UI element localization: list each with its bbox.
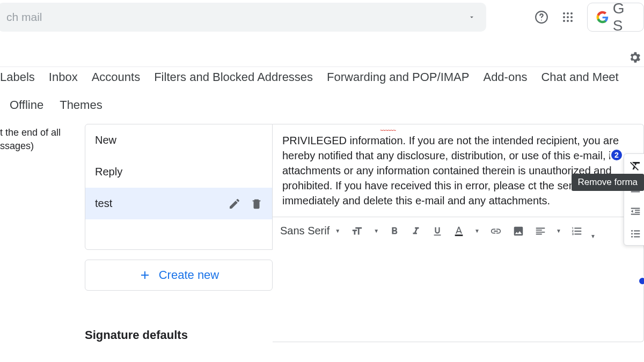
help-icon[interactable] [535,10,548,24]
svg-point-4 [570,12,573,14]
delete-icon[interactable] [251,197,262,210]
create-new-signature-button[interactable]: Create new [85,260,273,291]
svg-point-7 [570,16,573,18]
signature-list: New Reply test [85,124,273,250]
image-icon [512,225,525,237]
link-icon [489,225,502,237]
signature-list-column: New Reply test [85,124,273,342]
align-button[interactable]: ▼ [535,225,561,237]
tab-accounts[interactable]: Accounts [92,70,141,84]
step-badge-2: 2 [610,148,624,162]
remove-formatting-tooltip: Remove forma [572,174,644,191]
bold-button[interactable] [389,225,400,237]
svg-point-13 [631,233,633,235]
search-input[interactable] [6,11,478,24]
svg-point-1 [541,20,542,21]
tab-addons[interactable]: Add-ons [483,70,527,84]
tab-inbox[interactable]: Inbox [49,70,78,84]
formatting-toolbar: Sans Serif ▼ ▼ ▼ [273,217,643,245]
app-header: G S [0,0,644,34]
underline-icon [431,225,443,237]
edit-icon[interactable] [228,197,241,210]
create-new-label: Create new [159,268,219,282]
gsuite-logo[interactable]: G S [587,3,644,32]
text-size-icon [350,225,364,237]
italic-icon [410,225,422,237]
signature-item-reply[interactable]: Reply [85,156,272,188]
sig-desc-line1: t the end of all [0,126,85,139]
signature-item-test[interactable]: test [85,188,272,219]
tab-filters[interactable]: Filters and Blocked Addresses [154,70,313,84]
tab-chat-meet[interactable]: Chat and Meet [541,70,618,84]
dropdown-caret-icon: ▼ [474,228,480,234]
signature-name: test [95,197,112,210]
step-badge-dot [638,276,644,286]
font-name-label: Sans Serif [280,225,330,237]
dropdown-caret-icon: ▼ [556,228,561,234]
signature-item-empty [85,219,272,249]
tab-forwarding[interactable]: Forwarding and POP/IMAP [327,70,469,84]
google-g-icon [595,9,610,25]
indent-less-icon[interactable] [628,205,642,217]
svg-point-10 [570,20,573,22]
numbered-list-button[interactable]: ▼ [571,225,598,237]
header-icons: G S [535,3,644,32]
svg-rect-11 [455,234,463,236]
spellcheck-squiggle: ~~~~~~ [380,128,396,134]
insert-link-button[interactable] [489,225,502,237]
signature-text-area[interactable]: PRIVILEGED information. If you are not t… [273,124,643,217]
svg-point-9 [567,20,569,22]
settings-gear-icon[interactable] [628,50,642,64]
apps-grid-icon[interactable] [561,10,574,24]
search-mail-box[interactable] [0,3,486,32]
search-options-caret-icon[interactable] [468,13,475,21]
svg-point-6 [567,16,569,18]
settings-tabs: Labels Inbox Accounts Filters and Blocke… [0,67,644,112]
tab-labels[interactable]: Labels [0,70,35,84]
font-size-select[interactable]: ▼ [350,225,379,237]
gsuite-text: G S [613,0,636,34]
signature-section: t the end of all ssages) New Reply test [0,124,644,342]
secondary-bar [0,34,644,67]
signature-name: New [95,134,116,146]
signature-description: t the end of all ssages) [0,124,85,342]
text-color-button[interactable]: ▼ [453,225,480,237]
sig-desc-line2: ssages) [0,139,85,153]
bold-icon [389,225,400,237]
remove-formatting-icon[interactable] [628,159,642,172]
dropdown-caret-icon: ▼ [374,228,379,234]
dropdown-caret-icon: ▼ [335,228,340,234]
svg-point-5 [563,16,565,18]
svg-point-2 [563,12,565,14]
numbered-list-icon [571,225,583,237]
insert-image-button[interactable] [512,225,525,237]
text-color-icon [453,225,465,237]
underline-button[interactable] [431,225,443,237]
plus-icon [138,269,151,282]
align-left-icon [535,225,546,237]
signature-defaults-heading: Signature defaults [85,328,273,342]
italic-button[interactable] [410,225,422,237]
tab-offline[interactable]: Offline [10,98,43,112]
formatting-overflow-panel [624,153,644,246]
signature-editor: ~~~~~~ PRIVILEGED information. If you ar… [273,124,644,342]
signature-item-new[interactable]: New [85,124,272,156]
bulleted-list-icon[interactable] [628,228,642,240]
dropdown-caret-icon: ▼ [590,233,596,239]
svg-point-12 [631,230,633,232]
svg-point-14 [631,236,633,238]
font-family-select[interactable]: Sans Serif ▼ [280,225,340,237]
tab-themes[interactable]: Themes [60,98,102,112]
svg-point-3 [567,12,569,14]
signature-name: Reply [95,166,122,178]
svg-point-8 [563,20,565,22]
